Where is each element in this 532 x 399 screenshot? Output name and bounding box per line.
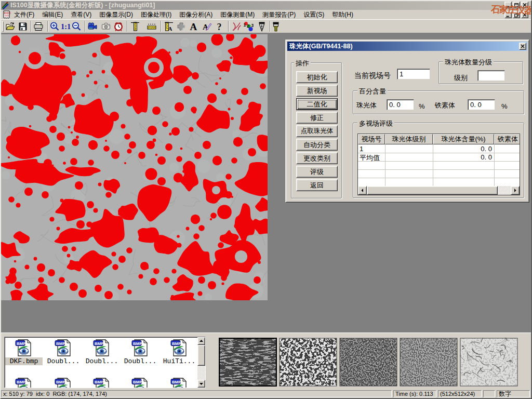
- svg-text:A: A: [168, 25, 172, 32]
- svg-text:2: 2: [247, 23, 249, 29]
- svg-text:BMP: BMP: [133, 380, 142, 384]
- svg-text:1: 1: [244, 22, 246, 28]
- svg-text:?: ?: [217, 22, 222, 32]
- svg-text:BMP: BMP: [172, 380, 181, 384]
- svg-text:BMP: BMP: [56, 341, 65, 346]
- svg-text:BMP: BMP: [17, 380, 26, 384]
- svg-text:3: 3: [251, 23, 254, 28]
- svg-text:A: A: [190, 21, 197, 32]
- svg-text:BMP: BMP: [133, 341, 142, 346]
- svg-text:BMP: BMP: [95, 341, 104, 346]
- svg-text:BMP: BMP: [56, 380, 65, 384]
- svg-text:1:1: 1:1: [61, 22, 71, 31]
- svg-text:BMP: BMP: [17, 341, 26, 346]
- svg-text:BMP: BMP: [95, 380, 104, 384]
- svg-text:BMP: BMP: [172, 341, 181, 346]
- svg-text:DOC: DOC: [4, 11, 11, 15]
